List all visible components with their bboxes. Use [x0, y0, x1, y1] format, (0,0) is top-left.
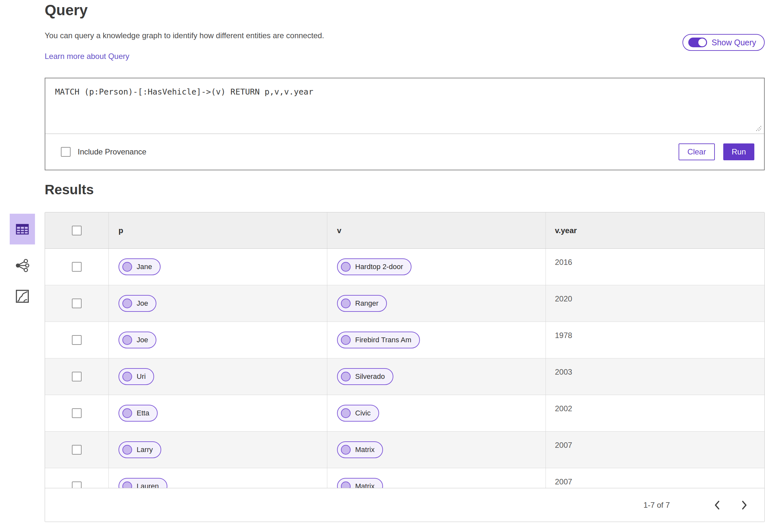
pill-label: Uri — [137, 373, 146, 381]
column-header-v: v — [327, 212, 546, 248]
year-cell: 1978 — [546, 322, 764, 358]
table-row: Uri Silverado 2003 — [45, 358, 764, 395]
table-pagination: 1-7 of 7 — [45, 488, 764, 522]
show-query-toggle-button[interactable]: Show Query — [682, 34, 765, 51]
entity-pill-person[interactable]: Jane — [118, 258, 160, 275]
page-title: Query — [45, 1, 88, 19]
entity-pill-person[interactable]: Uri — [118, 368, 154, 385]
column-header-vyear: v.year — [546, 212, 764, 248]
resize-grip-icon[interactable] — [754, 123, 762, 131]
show-query-label: Show Query — [711, 38, 756, 47]
node-icon — [341, 445, 351, 455]
pill-label: Hardtop 2-door — [355, 262, 403, 271]
next-page-button[interactable] — [737, 498, 752, 512]
entity-pill-vehicle[interactable]: Firebird Trans Am — [337, 332, 420, 348]
row-checkbox[interactable] — [72, 372, 82, 382]
row-checkbox[interactable] — [72, 335, 82, 345]
row-checkbox[interactable] — [72, 262, 82, 272]
node-icon — [122, 335, 132, 345]
table-view-button[interactable] — [10, 214, 35, 244]
pill-label: Joe — [137, 336, 148, 344]
run-button[interactable]: Run — [723, 143, 754, 160]
node-icon — [122, 299, 132, 308]
table-view-icon — [15, 223, 29, 235]
entity-pill-vehicle[interactable]: Matrix — [337, 441, 383, 458]
chevron-left-icon — [714, 500, 720, 510]
select-all-checkbox[interactable] — [72, 226, 82, 235]
graph-view-icon — [15, 258, 30, 273]
table-row: Joe Ranger 2020 — [45, 285, 764, 322]
node-icon — [122, 445, 132, 455]
year-cell: 2016 — [546, 249, 764, 285]
node-icon — [122, 408, 132, 418]
graph-view-button[interactable] — [15, 258, 30, 273]
pill-label: Joe — [137, 299, 148, 308]
pill-label: Silverado — [355, 373, 385, 381]
results-title: Results — [45, 182, 94, 198]
results-view-rail — [10, 214, 35, 303]
toggle-on-icon[interactable] — [688, 37, 707, 47]
clear-button[interactable]: Clear — [679, 143, 715, 160]
row-checkbox[interactable] — [72, 408, 82, 418]
table-row: Etta Civic 2002 — [45, 395, 764, 432]
query-controls: Include Provenance Clear Run — [45, 134, 764, 170]
pill-label: Etta — [137, 409, 149, 417]
row-checkbox[interactable] — [72, 299, 82, 308]
include-provenance-checkbox[interactable] — [61, 147, 71, 157]
entity-pill-person[interactable]: Joe — [118, 332, 156, 348]
node-icon — [122, 372, 132, 382]
pill-label: Jane — [137, 262, 152, 271]
node-icon — [341, 408, 351, 418]
row-checkbox[interactable] — [72, 445, 82, 455]
year-cell: 2002 — [546, 395, 764, 431]
results-table: p v v.year Jane Hardtop 2-door 2016 Joe … — [45, 212, 765, 522]
pill-label: Larry — [137, 445, 153, 454]
chevron-right-icon — [741, 500, 748, 510]
entity-pill-vehicle[interactable]: Hardtop 2-door — [337, 258, 412, 275]
node-icon — [341, 372, 351, 382]
pill-label: Firebird Trans Am — [355, 336, 412, 344]
query-page: Query You can query a knowledge graph to… — [0, 0, 777, 532]
table-row: Larry Matrix 2007 — [45, 432, 764, 468]
column-header-p: p — [109, 212, 327, 248]
node-icon — [341, 299, 351, 308]
query-panel: MATCH (p:Person)-[:HasVehicle]->(v) RETU… — [45, 78, 765, 170]
entity-pill-person[interactable]: Larry — [118, 441, 161, 458]
pill-label: Ranger — [355, 299, 378, 308]
chart-view-icon — [15, 289, 29, 303]
entity-pill-vehicle[interactable]: Civic — [337, 405, 379, 422]
node-icon — [122, 262, 132, 272]
pagination-range-label: 1-7 of 7 — [644, 501, 670, 510]
year-cell: 2003 — [546, 358, 764, 395]
node-icon — [341, 335, 351, 345]
entity-pill-person[interactable]: Etta — [118, 405, 158, 422]
table-row: Joe Firebird Trans Am 1978 — [45, 322, 764, 358]
pill-label: Civic — [355, 409, 371, 417]
table-header-row: p v v.year — [45, 212, 764, 249]
entity-pill-vehicle[interactable]: Silverado — [337, 368, 394, 385]
year-cell: 2020 — [546, 285, 764, 322]
page-description: You can query a knowledge graph to ident… — [45, 31, 324, 40]
entity-pill-vehicle[interactable]: Ranger — [337, 295, 387, 312]
previous-page-button[interactable] — [710, 498, 724, 512]
node-icon — [341, 262, 351, 272]
year-cell: 2007 — [546, 432, 764, 468]
chart-view-button[interactable] — [15, 289, 29, 303]
toggle-knob — [698, 38, 706, 46]
entity-pill-person[interactable]: Joe — [118, 295, 156, 312]
query-editor: MATCH (p:Person)-[:HasVehicle]->(v) RETU… — [45, 78, 764, 134]
include-provenance-label: Include Provenance — [78, 147, 146, 156]
table-row: Jane Hardtop 2-door 2016 — [45, 249, 764, 285]
pill-label: Matrix — [355, 445, 374, 454]
learn-more-link[interactable]: Learn more about Query — [45, 52, 129, 61]
query-input[interactable]: MATCH (p:Person)-[:HasVehicle]->(v) RETU… — [45, 78, 764, 133]
header-checkbox-cell — [45, 212, 109, 248]
